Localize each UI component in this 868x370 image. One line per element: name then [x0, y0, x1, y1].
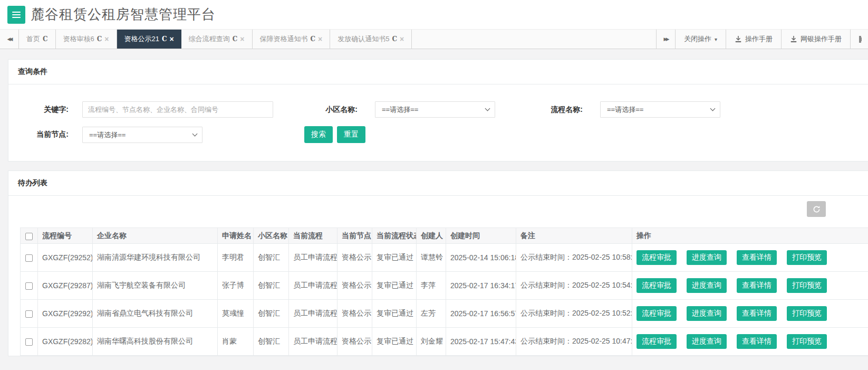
scroll-tabs-right-button[interactable]: ▶▶ — [656, 30, 675, 49]
cell-flow: 员工申请流程 — [289, 244, 337, 272]
tab-label: 保障资格通知书 — [260, 34, 308, 44]
cell-creator: 刘金耀 — [417, 328, 446, 356]
row-action-approve-button[interactable]: 流程审批 — [636, 278, 677, 293]
row-checkbox[interactable] — [25, 338, 33, 346]
todo-panel-title: 待办列表 — [8, 171, 868, 196]
main-content: 查询条件 关键字: 小区名称: ==请选择== — [0, 49, 868, 356]
community-select[interactable]: ==请选择== — [375, 101, 495, 118]
fullscreen-icon — [859, 36, 861, 43]
tab-qualification-publicity[interactable]: 资格公示21C× — [117, 30, 181, 49]
manual-label: 操作手册 — [745, 34, 773, 44]
tab-qualification-review[interactable]: 资格审核6C× — [56, 30, 117, 49]
double-right-arrow-icon: ▶▶ — [664, 36, 668, 42]
bank-manual-label: 网银操作手册 — [801, 34, 842, 44]
tab-close-icon[interactable]: × — [400, 35, 404, 43]
tab-refresh-icon[interactable]: C — [311, 35, 316, 43]
cell-applicant: 张子博 — [218, 272, 254, 300]
tab-refresh-icon[interactable]: C — [43, 35, 48, 43]
tab-refresh-icon[interactable]: C — [392, 35, 398, 43]
row-action-detail-button[interactable]: 查看详情 — [737, 306, 777, 321]
cell-flow: 员工申请流程 — [289, 328, 337, 356]
column-header: 小区名称 — [254, 228, 289, 244]
current-node-label: 当前节点: — [8, 130, 82, 139]
column-header: 当前流程状态 — [372, 228, 417, 244]
query-panel: 查询条件 关键字: 小区名称: ==请选择== — [8, 59, 868, 162]
tab-close-icon[interactable]: × — [240, 35, 244, 43]
tab-refresh-icon[interactable]: C — [233, 35, 238, 43]
row-action-detail-button[interactable]: 查看详情 — [737, 334, 777, 349]
cell-node: 资格公示 — [337, 300, 372, 328]
app-window: 麓谷租赁公租房智慧管理平台 ◀◀ 首页C资格审核6C×资格公示21C×综合流程查… — [0, 0, 868, 370]
tab-close-icon[interactable]: × — [104, 35, 109, 43]
row-action-print-button[interactable]: 打印预览 — [787, 334, 827, 349]
cell-company: 湖南省鼎立电气科技有限公司 — [93, 300, 218, 328]
row-action-progress-button[interactable]: 进度查询 — [687, 278, 727, 293]
keyword-input[interactable] — [82, 101, 273, 118]
current-node-select[interactable]: ==请选择== — [82, 127, 202, 143]
refresh-table-button[interactable] — [807, 201, 826, 217]
flow-name-select[interactable]: ==请选择== — [600, 101, 720, 118]
cell-code: GXGZF(29252) — [38, 244, 93, 272]
row-checkbox[interactable] — [25, 282, 33, 290]
manual-download-button[interactable]: 操作手册 — [726, 30, 781, 49]
row-action-detail-button[interactable]: 查看详情 — [737, 278, 777, 293]
scroll-tabs-left-button[interactable]: ◀◀ — [0, 30, 19, 49]
tab-refresh-icon[interactable]: C — [162, 35, 167, 43]
row-action-approve-button[interactable]: 流程审批 — [636, 250, 677, 265]
select-all-checkbox[interactable] — [25, 233, 33, 240]
tab-bar: ◀◀ 首页C资格审核6C×资格公示21C×综合流程查询C×保障资格通知书C×发放… — [0, 29, 868, 49]
tab-close-icon[interactable]: × — [170, 35, 174, 43]
tabbar-actions: ▶▶ 关闭操作 ▾ 操作手册 网银操作手册 — [656, 30, 868, 49]
cell-node: 资格公示 — [337, 272, 372, 300]
row-action-print-button[interactable]: 打印预览 — [787, 250, 827, 265]
row-action-progress-button[interactable]: 进度查询 — [687, 306, 727, 321]
menu-toggle-button[interactable] — [7, 6, 25, 24]
cell-code: GXGZF(29287) — [38, 272, 93, 300]
table-row: GXGZF(29287)湖南飞宇航空装备有限公司张子博创智汇员工申请流程资格公示… — [21, 272, 868, 300]
fullscreen-button[interactable] — [850, 30, 868, 49]
bank-manual-download-button[interactable]: 网银操作手册 — [781, 30, 850, 49]
row-checkbox[interactable] — [25, 310, 33, 318]
close-operations-dropdown[interactable]: 关闭操作 ▾ — [675, 30, 726, 49]
tab-strip: 首页C资格审核6C×资格公示21C×综合流程查询C×保障资格通知书C×发放确认通… — [19, 30, 656, 49]
cell-code: GXGZF(29292) — [38, 300, 93, 328]
tab-label: 首页 — [26, 34, 40, 44]
tab-comprehensive-flow-query[interactable]: 综合流程查询C× — [181, 30, 253, 49]
chevron-down-icon: ▾ — [715, 36, 717, 42]
download-icon — [735, 35, 742, 43]
cell-creator: 左芳 — [417, 300, 446, 328]
download-icon — [790, 35, 797, 43]
tab-issue-confirmation-notice[interactable]: 发放确认通知书5C× — [330, 30, 412, 49]
double-left-arrow-icon: ◀◀ — [7, 36, 12, 42]
row-action-progress-button[interactable]: 进度查询 — [687, 334, 727, 349]
tab-home[interactable]: 首页C — [19, 30, 56, 49]
tab-label: 资格审核6 — [63, 34, 94, 44]
tab-guarantee-qualification-notice[interactable]: 保障资格通知书C× — [253, 30, 331, 49]
row-action-approve-button[interactable]: 流程审批 — [636, 334, 677, 349]
cell-company: 湖南飞宇航空装备有限公司 — [93, 272, 218, 300]
search-button[interactable]: 搜索 — [304, 126, 333, 143]
column-header: 流程编号 — [38, 228, 93, 244]
reset-button[interactable]: 重置 — [337, 126, 365, 143]
row-action-approve-button[interactable]: 流程审批 — [636, 306, 677, 321]
column-header: 当前节点 — [337, 228, 372, 244]
cell-node: 资格公示 — [337, 328, 372, 356]
cell-community: 创智汇 — [254, 328, 289, 356]
row-action-print-button[interactable]: 打印预览 — [787, 306, 827, 321]
cell-status: 复审已通过 — [372, 244, 417, 272]
cell-applicant: 莫彧憧 — [218, 300, 254, 328]
cell-flow: 员工申请流程 — [289, 272, 337, 300]
tab-close-icon[interactable]: × — [318, 35, 322, 43]
column-header: 创建时间 — [446, 228, 516, 244]
keyword-label: 关键字: — [8, 105, 82, 115]
flow-name-label: 流程名称: — [528, 105, 600, 115]
cell-creator: 谭慧铃 — [417, 244, 446, 272]
cell-created: 2025-02-14 15:06:18 — [446, 244, 516, 272]
cell-status: 复审已通过 — [372, 300, 417, 328]
tab-refresh-icon[interactable]: C — [97, 35, 102, 43]
cell-remark: 公示结束时间：2025-02-25 10:47:14 — [516, 328, 632, 356]
row-action-progress-button[interactable]: 进度查询 — [687, 250, 727, 265]
row-action-print-button[interactable]: 打印预览 — [787, 278, 827, 293]
row-action-detail-button[interactable]: 查看详情 — [737, 250, 777, 265]
row-checkbox[interactable] — [25, 254, 33, 262]
